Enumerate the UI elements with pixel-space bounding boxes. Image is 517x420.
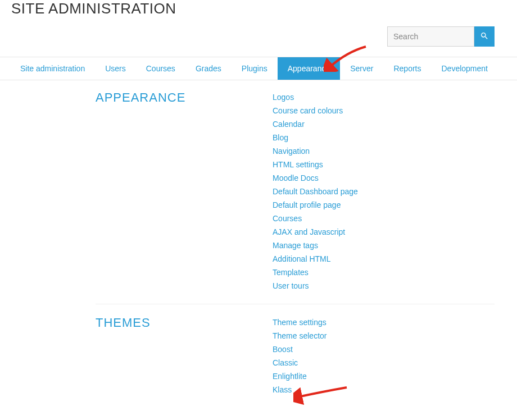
section-heading-themes: THEMES bbox=[96, 316, 273, 396]
link-klass[interactable]: Klass bbox=[273, 383, 495, 396]
link-blog[interactable]: Blog bbox=[273, 131, 495, 144]
section-heading-appearance: APPEARANCE bbox=[96, 90, 273, 293]
tab-courses[interactable]: Courses bbox=[136, 57, 185, 80]
link-navigation[interactable]: Navigation bbox=[273, 144, 495, 158]
content-area: APPEARANCE Logos Course card colours Cal… bbox=[0, 80, 517, 408]
search-container bbox=[0, 26, 517, 47]
themes-link-list: Theme settings Theme selector Boost Clas… bbox=[273, 316, 495, 396]
page-title: SITE ADMINISTRATION bbox=[0, 0, 517, 17]
tabs-nav: Site administration Users Courses Grades… bbox=[0, 57, 517, 80]
link-classic[interactable]: Classic bbox=[273, 356, 495, 369]
section-themes: THEMES Theme settings Theme selector Boo… bbox=[96, 304, 495, 408]
link-templates[interactable]: Templates bbox=[273, 266, 495, 279]
tab-server[interactable]: Server bbox=[340, 57, 383, 80]
link-calendar[interactable]: Calendar bbox=[273, 117, 495, 131]
tab-reports[interactable]: Reports bbox=[383, 57, 431, 80]
link-user-tours[interactable]: User tours bbox=[273, 279, 495, 293]
tab-development[interactable]: Development bbox=[432, 57, 498, 80]
tab-users[interactable]: Users bbox=[95, 57, 136, 80]
link-html-settings[interactable]: HTML settings bbox=[273, 158, 495, 171]
tab-grades[interactable]: Grades bbox=[185, 57, 232, 80]
search-icon bbox=[480, 31, 489, 42]
link-enlightlite[interactable]: Enlightlite bbox=[273, 369, 495, 383]
link-theme-selector[interactable]: Theme selector bbox=[273, 329, 495, 343]
link-default-profile-page[interactable]: Default profile page bbox=[273, 198, 495, 212]
section-appearance: APPEARANCE Logos Course card colours Cal… bbox=[96, 90, 495, 304]
link-moodle-docs[interactable]: Moodle Docs bbox=[273, 171, 495, 185]
appearance-link-list: Logos Course card colours Calendar Blog … bbox=[273, 90, 495, 293]
link-manage-tags[interactable]: Manage tags bbox=[273, 239, 495, 252]
link-courses[interactable]: Courses bbox=[273, 212, 495, 225]
link-logos[interactable]: Logos bbox=[273, 90, 495, 104]
tab-plugins[interactable]: Plugins bbox=[232, 57, 278, 80]
link-additional-html[interactable]: Additional HTML bbox=[273, 252, 495, 266]
link-default-dashboard-page[interactable]: Default Dashboard page bbox=[273, 185, 495, 198]
search-button[interactable] bbox=[474, 26, 495, 47]
link-theme-settings[interactable]: Theme settings bbox=[273, 316, 495, 329]
link-boost[interactable]: Boost bbox=[273, 343, 495, 356]
link-ajax-and-javascript[interactable]: AJAX and Javascript bbox=[273, 225, 495, 239]
link-course-card-colours[interactable]: Course card colours bbox=[273, 104, 495, 117]
tab-appearance[interactable]: Appearance bbox=[278, 57, 341, 80]
search-input[interactable] bbox=[387, 26, 474, 47]
tab-site-administration[interactable]: Site administration bbox=[10, 57, 95, 80]
